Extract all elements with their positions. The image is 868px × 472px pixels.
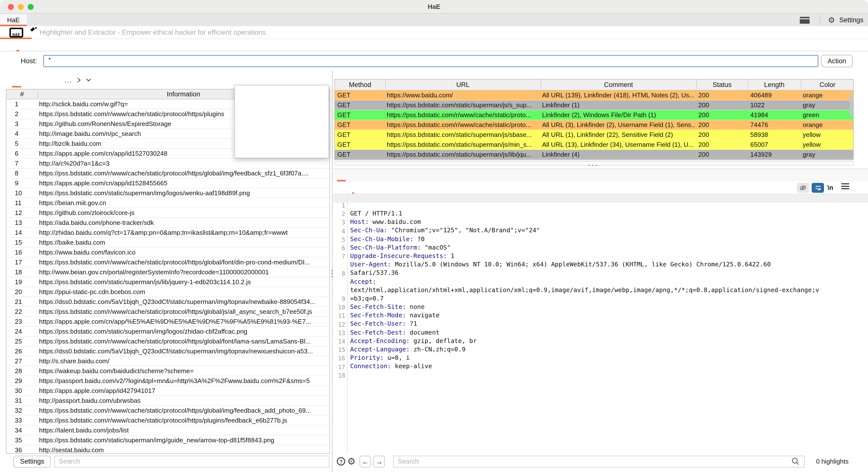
table-row[interactable]: 26 https://dss0.bdstatic.com/5aV1bjqh_Q2… (6, 346, 330, 356)
table-row[interactable]: 7 http://a/c%20d?a=1&c=3 (6, 159, 330, 169)
row-url: https://pss.bdstatic.com/r/www/cache/sta… (39, 258, 310, 267)
menu-icon[interactable] (841, 183, 849, 192)
column-header-method[interactable]: Method (335, 79, 385, 90)
cell-url: https://pss.bdstatic.com/r/www/cache/sta… (387, 120, 539, 130)
table-row[interactable]: 21 https://dss0.bdstatic.com/5aV1bjqh_Q2… (6, 297, 330, 307)
row-number: 4 (15, 129, 18, 138)
search-prev-button[interactable]: ← (360, 456, 371, 468)
request-row[interactable]: GET https://pss.bdstatic.com/r/www/cache… (335, 110, 853, 120)
cell-color: yellow (803, 130, 852, 139)
menu-item[interactable] (235, 121, 329, 133)
column-header-length[interactable]: Length (748, 79, 801, 90)
table-row[interactable]: 24 https://pss.bdstatic.com/static/super… (6, 327, 330, 337)
table-row[interactable]: 28 https://wakeup.baidu.com/baidudict/sc… (6, 366, 330, 376)
gear-icon[interactable]: ⚙ (828, 14, 835, 26)
table-row[interactable]: 33 https://pss.bdstatic.com/r/www/cache/… (6, 416, 330, 426)
row-url: https://pss.bdstatic.com/r/www/cache/sta… (39, 307, 312, 316)
table-row[interactable]: 9 https://apps.apple.com/cn/app/id152845… (6, 178, 330, 188)
vertical-splitter-handle[interactable] (331, 268, 333, 279)
request-row[interactable]: GET https://pss.bdstatic.com/static/supe… (335, 150, 853, 160)
editor-line: 6 Upgrade-Insecure-Requests: 1 (333, 237, 868, 245)
editor-line: 9 Sec-Fetch-Site: none (333, 288, 868, 296)
request-row[interactable]: GET https://pss.bdstatic.com/r/www/cache… (335, 120, 853, 130)
newline-toggle[interactable]: \n (828, 183, 833, 193)
search-next-button[interactable]: → (373, 456, 385, 468)
table-row[interactable]: 22 https://pss.bdstatic.com/r/www/cache/… (6, 307, 330, 317)
table-row[interactable]: 16 https://www.baidu.com/favicon.ico (6, 247, 330, 258)
column-header-color[interactable]: Color (801, 79, 854, 90)
request-row[interactable]: GET https://pss.bdstatic.com/static/supe… (335, 140, 853, 150)
table-row[interactable]: 23 https://apps.apple.com/cn/app/%E5%AE%… (6, 317, 330, 327)
menu-item[interactable] (235, 87, 329, 98)
table-row[interactable]: 20 https://ppui-static-pc.cdn.bcebos.com (6, 287, 330, 297)
table-row[interactable]: 25 https://pss.bdstatic.com/r/www/cache/… (6, 337, 330, 346)
table-row[interactable]: 18 http://www.beian.gov.cn/portal/regist… (6, 267, 330, 277)
cell-status: 200 (699, 100, 747, 110)
word-wrap-icon[interactable] (812, 183, 824, 193)
column-header-comment[interactable]: Comment (540, 79, 696, 90)
tab-hae[interactable]: HaE (0, 14, 27, 26)
layout-card-icon[interactable] (800, 17, 810, 24)
row-number: 1 (15, 99, 18, 109)
table-row[interactable]: 11 https://beian.miit.gov.cn (6, 198, 330, 208)
raw-request-editor[interactable]: 1 GET / HTTP/1.1 2 Host: www.baidu.com 3… (333, 194, 868, 454)
editor-line: 10 Sec-Fetch-Mode: navigate (333, 296, 868, 305)
horizontal-splitter-handle[interactable] (589, 165, 597, 166)
row-url: https://wakeup.baidu.com/baidudict/schem… (39, 366, 194, 376)
menu-item[interactable] (235, 110, 329, 121)
cell-color: orange (803, 120, 852, 130)
table-scrollbar-thumb[interactable] (850, 93, 852, 116)
row-number: 7 (15, 159, 18, 168)
host-input[interactable]: * (43, 55, 818, 67)
table-row[interactable]: 30 https://apps.apple.com/app/id42794101… (6, 386, 330, 396)
row-number: 36 (15, 445, 22, 454)
table-row[interactable]: 36 http://sestat.baidu.com (6, 445, 330, 454)
table-row[interactable]: 29 https://passport.baidu.com/v2/?login&… (6, 376, 330, 386)
table-row[interactable]: 31 http://passport.baidu.com/ubrwsbas (6, 396, 330, 406)
cell-url: https://pss.bdstatic.com/static/superman… (387, 150, 539, 159)
request-row[interactable]: GET https://www.baidu.com/ All URL (139)… (335, 91, 853, 100)
cell-status: 200 (699, 140, 747, 149)
row-url: http://image.baidu.com/n/pc_search (39, 129, 141, 138)
column-header-status[interactable]: Status (696, 79, 748, 90)
extension-tabbar: HaE ⚙ Settings (0, 14, 868, 26)
cell-color: gray (803, 100, 852, 110)
table-row[interactable]: 19 https://pss.bdstatic.com/static/super… (6, 277, 330, 287)
magnifier-icon[interactable] (791, 457, 800, 468)
eye-off-icon[interactable] (797, 183, 809, 193)
column-header-num[interactable]: # (6, 90, 38, 99)
table-row[interactable]: 17 https://pss.bdstatic.com/r/www/cache/… (6, 258, 330, 267)
overflow-ellipsis[interactable]: ... (65, 76, 72, 84)
menu-item[interactable] (235, 133, 329, 144)
left-search-input[interactable]: Search (54, 456, 330, 468)
row-url: https://pss.bdstatic.com/static/superman… (39, 435, 274, 445)
help-icon[interactable]: ? (337, 457, 345, 466)
table-row[interactable]: 13 https://ada.baidu.com/phone-tracker/s… (6, 218, 330, 228)
chevron-down-icon[interactable] (85, 77, 91, 82)
request-row[interactable]: GET https://pss.bdstatic.com/static/supe… (335, 130, 853, 140)
table-row[interactable]: 14 http://zhidao.baidu.com/q?ct=17&amp;p… (6, 228, 330, 238)
table-row[interactable]: 27 http://s.share.baidu.com/ (6, 356, 330, 366)
table-row[interactable]: 35 https://pss.bdstatic.com/static/super… (6, 435, 330, 445)
table-row[interactable]: 32 https://pss.bdstatic.com/r/www/cache/… (6, 406, 330, 416)
editor-line: 17 (333, 356, 868, 364)
action-button[interactable]: Action (821, 55, 852, 67)
table-row[interactable]: 10 https://pss.bdstatic.com/static/super… (6, 188, 330, 198)
request-row[interactable]: GET https://pss.bdstatic.com/static/supe… (335, 100, 853, 110)
row-number: 19 (15, 277, 22, 286)
row-number: 34 (15, 426, 22, 435)
row-number: 9 (15, 178, 18, 188)
table-row[interactable]: 15 https://baike.baidu.com (6, 238, 330, 247)
settings-button[interactable]: Settings (839, 14, 864, 26)
menu-item[interactable] (235, 144, 329, 156)
main-nav-tabs (0, 39, 868, 52)
left-settings-button[interactable]: Settings (13, 456, 51, 468)
table-row[interactable]: 34 https://talent.baidu.com/jobs/list (6, 426, 330, 435)
editor-search-input[interactable]: Search (393, 456, 805, 468)
chevron-right-icon[interactable] (76, 77, 81, 83)
column-header-url[interactable]: URL (385, 79, 540, 90)
table-row[interactable]: 8 https://pss.bdstatic.com/r/www/cache/s… (6, 169, 330, 178)
editor-gear-icon[interactable]: ⚙ (347, 455, 355, 468)
menu-item[interactable] (235, 98, 329, 110)
table-row[interactable]: 12 https://github.com/zloirock/core-js (6, 208, 330, 218)
